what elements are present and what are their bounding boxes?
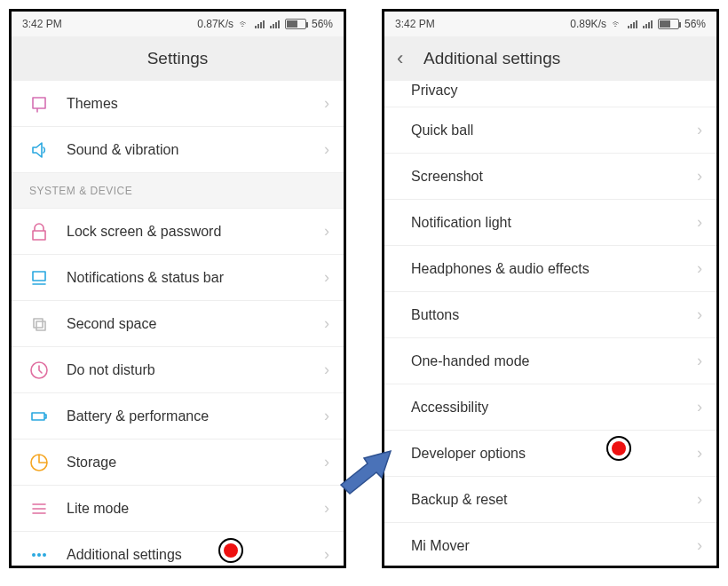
status-battery: 56% [684,18,706,30]
status-bar: 3:42 PM 0.89K/s ᯤ 56% [384,12,716,36]
settings-row-quick-ball[interactable]: Quick ball › [384,107,716,154]
chevron-right-icon: › [324,314,329,333]
chevron-right-icon: › [697,213,702,232]
signal-icon-2 [643,20,653,28]
chevron-right-icon: › [697,444,702,463]
row-label: Second space [67,316,324,332]
signal-icon [628,20,637,28]
row-label: Developer options [411,446,697,462]
signal-icon-2 [270,20,280,28]
battery-icon [285,19,306,29]
settings-row-sound-vibration[interactable]: Sound & vibration › [12,127,344,173]
additional-settings-screen: 3:42 PM 0.89K/s ᯤ 56% ‹ Additional setti… [382,9,719,568]
row-label: Mi Mover [411,538,697,554]
svg-point-1 [37,553,41,557]
chevron-right-icon: › [697,490,702,509]
chevron-right-icon: › [697,167,702,186]
status-time: 3:42 PM [395,18,435,30]
settings-row-accessibility[interactable]: Accessibility › [384,384,716,431]
settings-row-notification-light[interactable]: Notification light › [384,200,716,246]
status-time: 3:42 PM [22,18,62,30]
settings-list-system: Lock screen & password › Notifications &… [12,209,344,568]
row-label: Screenshot [411,169,697,185]
page-title: Settings [147,49,209,68]
settings-row-themes[interactable]: Themes › [12,81,344,127]
row-label: Notification light [411,215,697,231]
space-icon [29,314,49,334]
chevron-right-icon: › [324,545,329,564]
row-label: Privacy [411,83,702,99]
chevron-right-icon: › [324,453,329,471]
status-speed: 0.87K/s [197,18,233,30]
battery-icon [29,407,49,426]
signal-icon [255,20,265,28]
chevron-right-icon: › [324,268,329,287]
chevron-right-icon: › [697,121,702,139]
settings-row-buttons[interactable]: Buttons › [384,292,716,338]
dnd-icon [29,360,49,380]
row-label: Buttons [411,307,697,323]
wifi-icon: ᯤ [612,18,622,30]
settings-row-privacy[interactable]: Privacy › [384,81,716,107]
row-label: Backup & reset [411,492,697,508]
settings-row-additional-settings[interactable]: Additional settings › [12,532,344,568]
row-label: Lite mode [67,501,324,517]
svg-point-0 [32,553,36,557]
chevron-right-icon: › [324,222,329,241]
chevron-right-icon: › [697,352,702,370]
settings-row-backup-reset[interactable]: Backup & reset › [384,477,716,523]
settings-row-lock-screen-password[interactable]: Lock screen & password › [12,209,344,255]
settings-row-notifications-status-bar[interactable]: Notifications & status bar › [12,255,344,301]
title-bar: ‹ Additional settings [384,36,716,81]
chevron-right-icon: › [324,140,329,159]
section-header-system: SYSTEM & DEVICE [12,173,344,209]
chevron-right-icon: › [324,94,329,113]
row-label: Quick ball [411,123,697,139]
row-label: Lock screen & password [67,224,324,240]
settings-row-storage[interactable]: Storage › [12,440,344,486]
chevron-right-icon: › [324,360,329,379]
themes-icon [29,94,49,114]
settings-row-developer-options[interactable]: Developer options › [384,431,716,477]
lite-icon [29,499,49,519]
svg-point-2 [43,553,46,557]
annotation-marker-additional-settings [218,538,243,563]
row-label: Notifications & status bar [67,270,324,286]
row-label: One-handed mode [411,353,697,369]
row-label: Sound & vibration [67,142,324,158]
back-button[interactable]: ‹ [397,47,403,70]
row-label: Do not disturb [67,362,324,378]
status-battery: 56% [312,18,333,30]
row-label: Headphones & audio effects [411,261,697,277]
row-label: Battery & performance [67,408,324,424]
sound-icon [29,140,49,160]
settings-row-battery-performance[interactable]: Battery & performance › [12,393,344,440]
chevron-right-icon: › [697,259,702,278]
settings-row-one-handed-mode[interactable]: One-handed mode › [384,338,716,384]
page-title: Additional settings [423,49,560,68]
chevron-right-icon: › [697,536,702,555]
settings-row-do-not-disturb[interactable]: Do not disturb › [12,347,344,393]
row-label: Additional settings [67,547,324,563]
settings-row-second-space[interactable]: Second space › [12,301,344,347]
row-label: Themes [67,96,324,112]
title-bar: Settings [12,36,344,81]
chevron-right-icon: › [324,407,329,425]
battery-icon [658,19,679,29]
wifi-icon: ᯤ [239,18,249,30]
status-speed: 0.89K/s [570,18,606,30]
settings-screen: 3:42 PM 0.87K/s ᯤ 56% Settings Themes › … [9,9,346,568]
settings-row-lite-mode[interactable]: Lite mode › [12,486,344,532]
annotation-marker-developer-options [606,436,631,461]
more-icon [29,545,49,565]
settings-row-screenshot[interactable]: Screenshot › [384,154,716,200]
settings-row-mi-mover[interactable]: Mi Mover › [384,523,716,568]
row-label: Storage [67,455,324,471]
chevron-right-icon: › [697,305,702,324]
lock-icon [29,222,49,242]
settings-list-top: Themes › Sound & vibration › [12,81,344,173]
chevron-right-icon: › [324,499,329,518]
additional-settings-list: Privacy › Quick ball › Screenshot › Noti… [384,81,716,568]
settings-row-headphones-audio-effects[interactable]: Headphones & audio effects › [384,246,716,292]
storage-icon [29,453,49,472]
